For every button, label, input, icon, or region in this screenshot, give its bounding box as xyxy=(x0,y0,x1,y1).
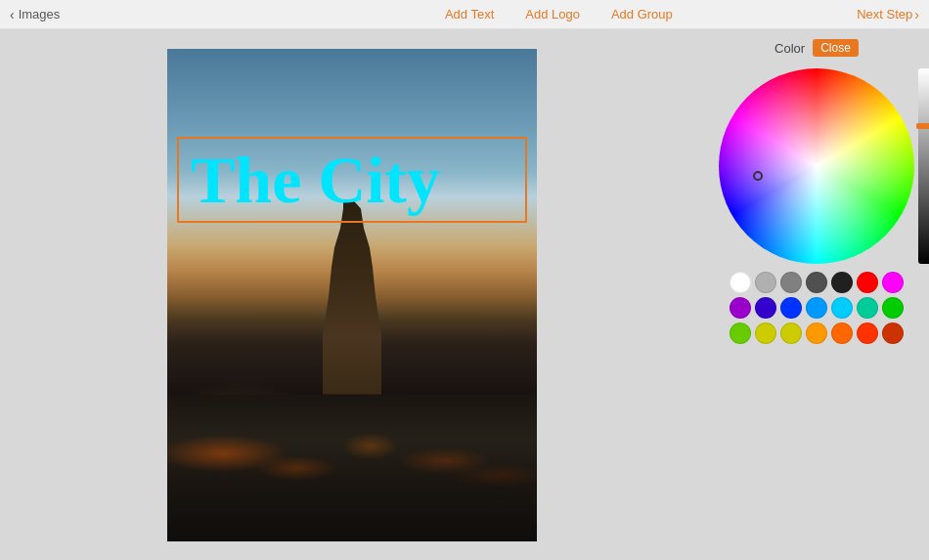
close-color-panel-button[interactable]: Close xyxy=(813,39,859,57)
brightness-slider-container xyxy=(918,68,929,264)
toolbar-left: ‹ Images xyxy=(10,7,60,22)
color-swatch-dark-blue[interactable] xyxy=(755,297,776,319)
color-row-2 xyxy=(719,297,914,319)
preset-colors xyxy=(714,272,919,344)
color-swatch-orange[interactable] xyxy=(806,323,827,344)
color-swatch-lime[interactable] xyxy=(730,323,751,344)
color-swatch-orange-red[interactable] xyxy=(857,323,878,344)
back-arrow-icon: ‹ xyxy=(10,7,15,22)
color-panel-header: Color Close xyxy=(714,39,919,57)
back-button[interactable]: Images xyxy=(19,7,61,22)
color-swatch-teal[interactable] xyxy=(857,297,878,319)
color-swatch-blue[interactable] xyxy=(780,297,802,319)
color-swatch-light-gray[interactable] xyxy=(755,272,776,293)
color-label: Color xyxy=(774,41,805,56)
text-element[interactable]: The City xyxy=(177,137,527,223)
next-step-label: Next Step xyxy=(857,7,912,22)
city-text: The City xyxy=(191,143,440,217)
brightness-slider[interactable] xyxy=(918,68,929,264)
color-swatch-near-black[interactable] xyxy=(831,272,853,293)
add-group-button[interactable]: Add Group xyxy=(607,7,677,22)
road-overlay xyxy=(167,395,537,541)
next-step-button[interactable]: Next Step › xyxy=(857,7,919,22)
color-swatch-deep-orange[interactable] xyxy=(831,323,853,344)
add-text-button[interactable]: Add Text xyxy=(441,7,498,22)
next-arrow-icon: › xyxy=(914,7,919,22)
color-wheel-cursor xyxy=(753,171,763,181)
city-image xyxy=(167,49,537,541)
color-swatch-gold[interactable] xyxy=(780,323,802,344)
color-wheel-container[interactable] xyxy=(719,68,914,264)
color-swatch-hot-pink[interactable] xyxy=(882,272,904,293)
color-swatch-green[interactable] xyxy=(882,297,904,319)
main-area: The City Color Close xyxy=(0,29,929,560)
toolbar-right: Next Step › xyxy=(857,7,919,22)
color-swatch-cyan[interactable] xyxy=(831,297,853,319)
color-swatch-purple[interactable] xyxy=(730,297,751,319)
canvas-area: The City xyxy=(0,29,704,560)
color-swatch-white[interactable] xyxy=(730,272,751,293)
brightness-handle xyxy=(916,123,929,129)
color-swatch-yellow[interactable] xyxy=(755,323,776,344)
color-panel: Color Close xyxy=(704,29,929,560)
color-row-3 xyxy=(719,323,914,344)
color-swatch-gray[interactable] xyxy=(780,272,802,293)
color-swatch-brick-red[interactable] xyxy=(882,323,904,344)
image-container[interactable]: The City xyxy=(167,49,537,541)
building-silhouette xyxy=(323,199,381,395)
toolbar: ‹ Images Add Text Add Logo Add Group Nex… xyxy=(0,0,929,29)
color-swatch-sky-blue[interactable] xyxy=(806,297,827,319)
color-row-1 xyxy=(719,272,914,293)
add-logo-button[interactable]: Add Logo xyxy=(521,7,584,22)
color-wheel[interactable] xyxy=(719,68,914,264)
color-swatch-dark-gray[interactable] xyxy=(806,272,827,293)
color-swatch-red[interactable] xyxy=(857,272,878,293)
toolbar-center: Add Text Add Logo Add Group xyxy=(441,7,677,22)
